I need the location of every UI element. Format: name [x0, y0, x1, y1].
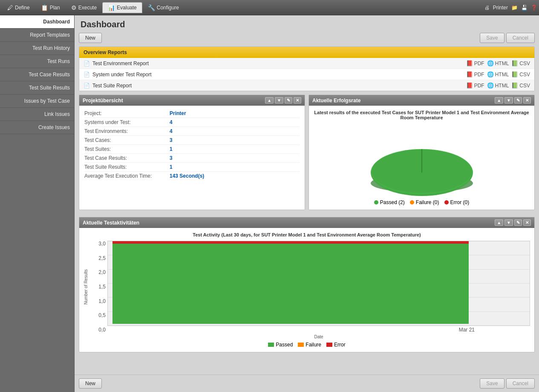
pie-chart-svg — [362, 124, 481, 196]
sidebar-item-dashboard[interactable]: Dashboard — [0, 15, 74, 29]
act-collapse-up-btn[interactable]: ▲ — [495, 219, 503, 226]
html-link-2[interactable]: 🌐 HTML — [487, 82, 509, 89]
act-legend-error: Error — [326, 342, 346, 348]
csv-icon-1: 📗 — [511, 71, 518, 78]
report-name-0: 📄 Test Environment Report — [84, 61, 466, 66]
info-row-1: Systems under Test: 4 — [84, 118, 300, 127]
evaluate-icon: 📊 — [108, 4, 115, 11]
svg-rect-11 — [112, 241, 469, 324]
sidebar-item-test-run-history[interactable]: Test Run History — [0, 42, 74, 55]
activity-panel: Aktuelle Testaktivitäten ▲ ▼ ✎ ✕ Test Ac… — [79, 217, 535, 352]
act-close-btn[interactable]: ✕ — [523, 219, 531, 226]
pdf-link-0[interactable]: 📕 PDF — [466, 60, 484, 66]
y-axis-label: Number of Results — [84, 269, 88, 305]
report-row-0: 📄 Test Environment Report 📕 PDF 🌐 HTML — [79, 58, 534, 69]
report-row-1: 📄 System under Test Report 📕 PDF 🌐 HTML — [79, 69, 534, 80]
sidebar-item-test-suite-results[interactable]: Test Suite Results — [0, 81, 74, 95]
info-row-3: Test Cases: 3 — [84, 136, 300, 145]
pdf-link-1[interactable]: 📕 PDF — [466, 71, 484, 78]
act-collapse-down-btn[interactable]: ▼ — [504, 219, 513, 226]
sr-edit-btn[interactable]: ✎ — [514, 97, 522, 104]
nav-tab-evaluate[interactable]: 📊 Evaluate — [102, 2, 142, 13]
sidebar-item-issues-by-test-case[interactable]: Issues by Test Case — [0, 95, 74, 108]
sidebar: Dashboard Report Templates Test Run Hist… — [0, 15, 75, 392]
info-row-5: Test Case Results: 3 — [84, 154, 300, 163]
sidebar-item-link-issues[interactable]: Link Issues — [0, 108, 74, 121]
svg-rect-12 — [112, 241, 469, 244]
html-icon-0: 🌐 — [487, 60, 494, 66]
html-link-1[interactable]: 🌐 HTML — [487, 71, 509, 78]
nav-tab-configure[interactable]: 🔧 Configure — [142, 2, 184, 13]
activity-header: Aktuelle Testaktivitäten ▲ ▼ ✎ ✕ — [79, 217, 534, 228]
edit-btn[interactable]: ✎ — [285, 97, 292, 104]
cancel-button-bottom[interactable]: Cancel — [506, 378, 535, 389]
sidebar-item-report-templates[interactable]: Report Templates — [0, 29, 74, 42]
save-icon[interactable]: 💾 — [521, 5, 527, 11]
success-rate-chart: Latest results of the executed Test Case… — [309, 106, 534, 210]
info-row-6: Test Suite Results: 1 — [84, 163, 300, 172]
x-axis-label: Date — [107, 334, 530, 339]
legend-passed: Passed (2) — [374, 199, 405, 205]
nav-tab-execute[interactable]: ⚙ Execute — [66, 2, 102, 13]
act-legend-passed-rect — [268, 343, 274, 347]
printer-icon[interactable]: 🖨 — [484, 5, 490, 11]
help-icon[interactable]: ❓ — [531, 5, 537, 11]
new-button-top[interactable]: New — [79, 33, 102, 43]
html-icon-2: 🌐 — [487, 82, 494, 89]
sr-close-btn[interactable]: ✕ — [523, 97, 531, 104]
project-overview-header: Projektübersicht ▲ ▼ ✎ ✕ — [79, 95, 305, 106]
project-overview-panel: Projektübersicht ▲ ▼ ✎ ✕ Project: Printe… — [79, 95, 305, 210]
top-nav: 🖊 Define 📋 Plan ⚙ Execute 📊 Evaluate 🔧 C… — [0, 0, 539, 15]
configure-icon: 🔧 — [148, 4, 155, 11]
nav-tab-plan[interactable]: 📋 Plan — [35, 2, 66, 13]
pdf-link-2[interactable]: 📕 PDF — [466, 82, 484, 89]
page-title: Dashboard — [81, 20, 535, 29]
success-rate-panel: Aktuelle Erfolgsrate ▲ ▼ ✎ ✕ Latest resu… — [308, 95, 535, 210]
sr-collapse-up-btn[interactable]: ▲ — [495, 97, 503, 104]
nav-right: 🖨 Printer 📁 💾 ❓ — [484, 5, 537, 11]
act-legend-passed: Passed — [268, 342, 293, 348]
collapse-up-btn[interactable]: ▲ — [265, 97, 274, 104]
collapse-down-btn[interactable]: ▼ — [275, 97, 283, 104]
activity-bar-chart — [107, 241, 530, 326]
activity-chart-title: Test Activity (Last 30 days, for SUT Pri… — [84, 232, 530, 237]
cancel-button-top[interactable]: Cancel — [506, 33, 535, 43]
save-button-top[interactable]: Save — [480, 33, 504, 43]
success-rate-controls: ▲ ▼ ✎ ✕ — [495, 97, 531, 104]
bottom-toolbar: New Save Cancel — [75, 375, 539, 392]
plan-icon: 📋 — [41, 4, 48, 11]
folder-icon[interactable]: 📁 — [511, 5, 518, 11]
report-icon-2: 📄 — [84, 83, 90, 89]
new-button-bottom[interactable]: New — [79, 378, 102, 389]
report-name-2: 📄 Test Suite Report — [84, 83, 466, 89]
act-legend-failure: Failure — [298, 342, 321, 348]
y-ticks: 3,0 2,5 2,0 1,5 1,0 0,5 0,0 — [94, 241, 107, 333]
info-row-7: Average Test Execution Time: 143 Second(… — [84, 172, 300, 180]
sidebar-item-test-runs[interactable]: Test Runs — [0, 55, 74, 68]
info-row-4: Test Suites: 1 — [84, 145, 300, 154]
report-row-2: 📄 Test Suite Report 📕 PDF 🌐 HTML — [79, 80, 534, 91]
report-actions-1: 📕 PDF 🌐 HTML 📗 CSV — [466, 71, 530, 78]
sidebar-item-test-case-results[interactable]: Test Case Results — [0, 68, 74, 81]
csv-icon-2: 📗 — [511, 82, 518, 89]
info-row-0: Project: Printer — [84, 109, 300, 118]
csv-icon-0: 📗 — [511, 60, 518, 66]
success-rate-legend: Passed (2) Failure (0) Error (0) — [374, 199, 469, 205]
sidebar-item-create-issues[interactable]: Create Issues — [0, 121, 74, 134]
bottom-save-cancel: Save Cancel — [480, 378, 535, 389]
csv-link-0[interactable]: 📗 CSV — [511, 60, 530, 66]
pdf-icon-2: 📕 — [466, 82, 473, 89]
html-link-0[interactable]: 🌐 HTML — [487, 60, 509, 66]
act-edit-btn[interactable]: ✎ — [514, 219, 522, 226]
csv-link-2[interactable]: 📗 CSV — [511, 82, 530, 89]
info-row-2: Test Environments: 4 — [84, 127, 300, 136]
close-panel-btn[interactable]: ✕ — [294, 97, 301, 104]
save-button-bottom[interactable]: Save — [480, 378, 504, 389]
sr-collapse-down-btn[interactable]: ▼ — [504, 97, 513, 104]
activity-controls: ▲ ▼ ✎ ✕ — [495, 219, 531, 226]
act-legend-error-rect — [326, 343, 332, 347]
project-overview-controls: ▲ ▼ ✎ ✕ — [265, 97, 301, 104]
activity-legend: Passed Failure Error — [84, 342, 530, 348]
csv-link-1[interactable]: 📗 CSV — [511, 71, 530, 78]
nav-tab-define[interactable]: 🖊 Define — [2, 2, 35, 13]
